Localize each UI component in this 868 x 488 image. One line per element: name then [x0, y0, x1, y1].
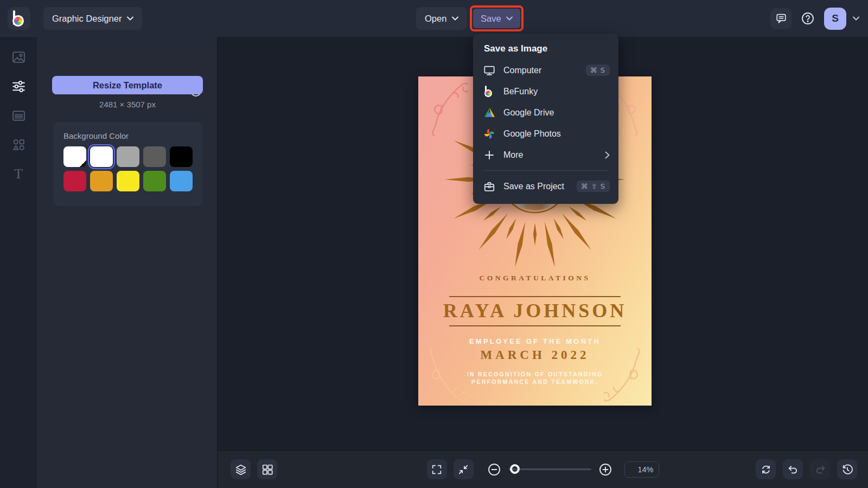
- poster-subtitle-text[interactable]: EMPLOYEE OF THE MONTH: [418, 337, 652, 345]
- swatch-white[interactable]: [90, 146, 113, 167]
- avatar-initial: S: [832, 12, 839, 24]
- app-window: Graphic Designer Open Save: [0, 0, 868, 488]
- save-label: Save: [481, 14, 501, 24]
- tool-rail: T: [0, 37, 37, 488]
- poster-divider-line: [449, 325, 621, 326]
- help-button[interactable]: [798, 9, 818, 28]
- zoom-out-button[interactable]: [484, 459, 505, 479]
- rail-item-customize[interactable]: [10, 78, 27, 95]
- rail-item-images[interactable]: [10, 48, 27, 66]
- fullscreen-button[interactable]: [427, 459, 447, 479]
- grid-icon: [261, 464, 273, 476]
- zoom-level-field[interactable]: 14%: [624, 461, 659, 478]
- shortcut-badge: ⌘ ⇧ S: [577, 181, 610, 192]
- menu-item-save-as-project[interactable]: Save as Project ⌘ ⇧ S: [473, 176, 618, 197]
- swatch-yellow[interactable]: [117, 171, 139, 191]
- history-button[interactable]: [837, 459, 857, 479]
- layers-icon: [234, 463, 247, 476]
- save-menu-title: Save as Image: [473, 40, 618, 60]
- swatch-grid: [63, 146, 192, 191]
- poster-name-text[interactable]: RAYA JOHNSON: [418, 299, 652, 322]
- zoom-in-button[interactable]: [596, 459, 616, 479]
- feedback-button[interactable]: [770, 8, 792, 29]
- fit-to-screen-icon: [457, 464, 469, 476]
- menu-item-befunky[interactable]: BeFunky: [473, 81, 618, 102]
- menu-item-label: More: [503, 150, 523, 160]
- menu-item-google-drive[interactable]: Google Drive: [473, 102, 618, 123]
- briefcase-icon: [483, 181, 495, 192]
- swatch-transparent[interactable]: [63, 146, 86, 167]
- redo-button[interactable]: [810, 459, 830, 479]
- menu-item-more[interactable]: More: [473, 144, 618, 165]
- menu-item-label: Save as Project: [503, 182, 564, 191]
- zoom-slider[interactable]: [509, 459, 591, 479]
- swatch-light-gray[interactable]: [117, 146, 139, 167]
- befunky-icon: [483, 86, 495, 97]
- bottom-toolbar: 14%: [217, 451, 868, 488]
- image-icon: [11, 50, 26, 65]
- undo-icon: [787, 464, 799, 476]
- sync-icon: [760, 464, 772, 476]
- swatch-dark-gray[interactable]: [143, 146, 166, 167]
- text-icon: T: [14, 167, 23, 181]
- swatch-orange[interactable]: [90, 171, 113, 191]
- poster-date-text[interactable]: MARCH 2022: [418, 348, 652, 362]
- befunky-logo-icon: [12, 10, 26, 27]
- menu-item-label: Computer: [503, 66, 541, 75]
- menu-divider: [483, 170, 609, 171]
- layers-button[interactable]: [231, 459, 251, 479]
- account-avatar[interactable]: S: [824, 8, 846, 30]
- save-dropdown-menu: Save as Image Computer ⌘ S BeFunky: [473, 34, 618, 204]
- rail-item-graphics[interactable]: [10, 136, 27, 153]
- google-photos-icon: [483, 129, 495, 139]
- reset-button[interactable]: [756, 459, 776, 479]
- rail-item-text[interactable]: T: [10, 165, 27, 183]
- menu-item-computer[interactable]: Computer ⌘ S: [473, 60, 618, 81]
- app-mode-label: Graphic Designer: [52, 14, 122, 24]
- rail-item-templates[interactable]: [10, 107, 27, 124]
- sliders-icon: [11, 79, 26, 94]
- fit-to-screen-button[interactable]: [454, 459, 474, 479]
- plus-icon: [483, 150, 495, 160]
- template-dimensions: 2481 × 3507 px: [52, 100, 203, 109]
- save-button-highlight-annotation: Save: [470, 5, 524, 31]
- template-icon: [11, 108, 26, 123]
- resize-template-button[interactable]: Resize Template: [52, 76, 203, 94]
- befunky-logo[interactable]: [8, 7, 30, 30]
- background-color-label: Background Color: [63, 131, 192, 140]
- redo-icon: [814, 464, 826, 476]
- poster-congratulations-text[interactable]: CONGRATULATIONS: [418, 274, 652, 282]
- minus-circle-icon: [487, 463, 501, 477]
- save-button[interactable]: Save: [473, 9, 520, 28]
- account-menu-chevron[interactable]: [853, 16, 859, 21]
- menu-item-google-photos[interactable]: Google Photos: [473, 123, 618, 144]
- comment-icon: [775, 12, 787, 24]
- swatch-green[interactable]: [143, 171, 166, 191]
- computer-icon: [483, 65, 495, 76]
- app-mode-dropdown[interactable]: Graphic Designer: [43, 7, 142, 30]
- open-button[interactable]: Open: [416, 7, 467, 30]
- fullscreen-icon: [431, 464, 443, 476]
- open-label: Open: [425, 14, 446, 24]
- recognition-line-2: PERFORMANCE AND TEAMWORK.: [418, 378, 652, 386]
- question-icon: [801, 11, 815, 25]
- swatch-black[interactable]: [170, 146, 193, 167]
- swatch-blue[interactable]: [170, 171, 193, 191]
- shapes-icon: [11, 138, 26, 152]
- menu-item-label: Google Photos: [503, 129, 561, 139]
- menu-item-label: BeFunky: [503, 87, 538, 97]
- chevron-down-icon: [506, 16, 513, 21]
- chevron-down-icon: [853, 16, 859, 21]
- customize-panel: Customize Resize Template 2481 × 3507 px…: [37, 37, 217, 488]
- top-bar: Graphic Designer Open Save: [0, 0, 868, 37]
- poster-recognition-text[interactable]: IN RECOGNITION OF OUTSTANDING PERFORMANC…: [418, 371, 652, 386]
- plus-circle-icon: [598, 463, 612, 477]
- menu-item-label: Google Drive: [503, 108, 554, 118]
- swatch-red[interactable]: [63, 171, 86, 191]
- template-grid-button[interactable]: [257, 459, 277, 479]
- submenu-chevron-icon: [605, 151, 610, 159]
- zoom-slider-track[interactable]: [509, 468, 591, 470]
- undo-button[interactable]: [783, 459, 803, 479]
- recognition-line-1: IN RECOGNITION OF OUTSTANDING: [418, 371, 652, 378]
- zoom-slider-handle[interactable]: [510, 464, 520, 474]
